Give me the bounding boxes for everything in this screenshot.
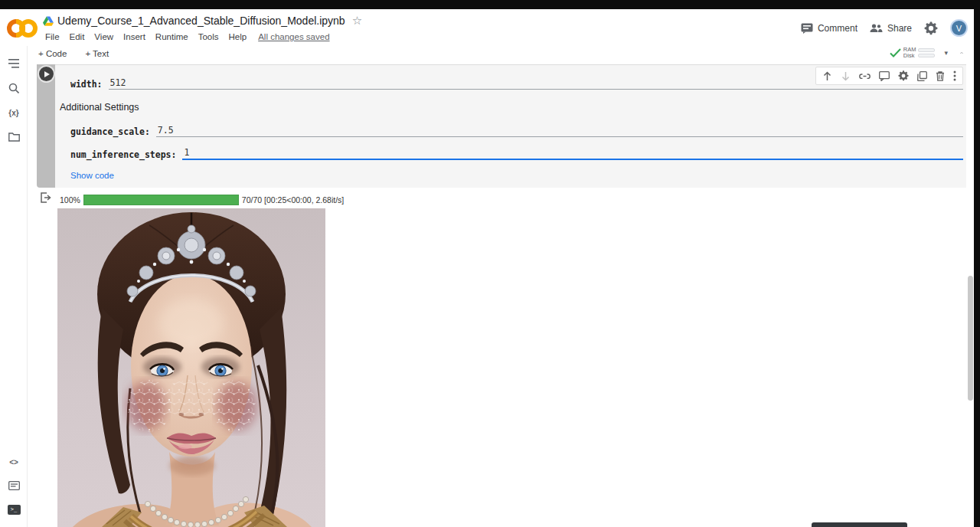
menu-edit[interactable]: Edit <box>65 31 90 43</box>
disk-usage-bar <box>918 54 935 57</box>
menu-bar: File Edit View Insert Runtime Tools Help… <box>41 31 330 43</box>
comment-button[interactable]: Comment <box>801 23 858 34</box>
generated-image <box>57 208 325 527</box>
menu-insert[interactable]: Insert <box>119 31 150 43</box>
variables-icon[interactable]: {x} <box>0 101 28 124</box>
output-content: 100% 70/70 [00:25<00:00, 2.68it/s] <box>57 191 966 527</box>
left-sidebar: {x} <> >_ <box>0 46 28 527</box>
guidance-scale-input[interactable] <box>156 125 963 137</box>
collapse-header-icon[interactable] <box>957 50 966 56</box>
cell-toolbar <box>815 67 963 85</box>
menu-view[interactable]: View <box>90 31 118 43</box>
delete-cell-icon[interactable] <box>936 71 945 81</box>
vertical-scrollbar-thumb[interactable] <box>968 276 973 401</box>
notebook-area: width: Additional Settings guidance_scal… <box>28 64 968 527</box>
menu-file[interactable]: File <box>41 31 64 43</box>
output-indicator-icon[interactable] <box>40 192 51 204</box>
colab-window: Udemy_Course_1_Advanced_Stable_Diffusion… <box>0 9 974 527</box>
command-palette-icon[interactable] <box>0 474 28 497</box>
guidance-scale-field-row: guidance_scale: <box>70 123 963 137</box>
progress-percent: 100% <box>60 195 80 205</box>
add-text-button[interactable]: + Text <box>77 46 116 61</box>
add-comment-icon[interactable] <box>879 71 890 81</box>
bottom-cutoff-element <box>812 522 907 527</box>
settings-gear-icon[interactable] <box>924 21 938 35</box>
colab-logo-icon[interactable] <box>7 16 38 41</box>
code-cell: width: Additional Settings guidance_scal… <box>37 64 966 188</box>
share-label: Share <box>887 23 912 34</box>
code-snippets-icon[interactable]: <> <box>0 450 28 473</box>
disk-label: Disk <box>903 53 916 59</box>
resources-dropdown-caret[interactable]: ▾ <box>941 49 951 57</box>
search-icon[interactable] <box>0 77 28 100</box>
files-icon[interactable] <box>0 126 28 149</box>
ram-usage-bar <box>918 48 935 52</box>
notebook-title[interactable]: Udemy_Course_1_Advanced_Stable_Diffusion… <box>57 15 345 27</box>
more-cell-actions-icon[interactable] <box>953 70 956 81</box>
move-cell-up-icon[interactable] <box>822 71 832 81</box>
show-code-link[interactable]: Show code <box>70 171 114 180</box>
num-inference-steps-field-row: num_inference_steps: <box>70 146 963 160</box>
copy-link-icon[interactable] <box>859 71 871 81</box>
add-code-button[interactable]: + Code <box>31 46 74 61</box>
move-cell-down-icon[interactable] <box>841 71 851 81</box>
comment-label: Comment <box>818 23 858 34</box>
check-icon <box>890 48 901 57</box>
table-of-contents-icon[interactable] <box>0 52 28 75</box>
progress-widget: 100% 70/70 [00:25<00:00, 2.68it/s] <box>57 194 966 206</box>
guidance-scale-label: guidance_scale: <box>70 126 150 137</box>
star-icon[interactable]: ☆ <box>352 14 362 28</box>
header: Udemy_Course_1_Advanced_Stable_Diffusion… <box>0 9 974 46</box>
cell-form-pane: width: Additional Settings guidance_scal… <box>55 64 966 188</box>
output-gutter <box>37 191 57 527</box>
drive-icon <box>43 16 54 26</box>
share-button[interactable]: Share <box>870 23 912 34</box>
width-field-label: width: <box>70 79 103 90</box>
menu-help[interactable]: Help <box>224 31 252 43</box>
comment-icon <box>801 23 813 34</box>
autosave-status[interactable]: All changes saved <box>258 32 329 41</box>
section-heading: Additional Settings <box>60 102 963 114</box>
notebook-toolbar: + Code + Text RAM Disk ▾ <box>28 46 974 64</box>
progress-bar <box>83 195 239 205</box>
cell-output: 100% 70/70 [00:25<00:00, 2.68it/s] <box>37 191 966 527</box>
num-inference-steps-label: num_inference_steps: <box>70 149 176 160</box>
menu-runtime[interactable]: Runtime <box>151 31 193 43</box>
resource-monitor[interactable]: RAM Disk <box>890 47 936 59</box>
play-icon <box>44 71 50 77</box>
mirror-cell-icon[interactable] <box>917 71 927 81</box>
cell-settings-gear-icon[interactable] <box>898 70 909 81</box>
cell-gutter <box>37 64 55 188</box>
menu-tools[interactable]: Tools <box>194 31 224 43</box>
run-cell-button[interactable] <box>39 67 54 81</box>
avatar[interactable]: V <box>950 19 968 37</box>
progress-status: 70/70 [00:25<00:00, 2.68it/s] <box>242 195 344 205</box>
share-people-icon <box>870 23 883 33</box>
num-inference-steps-input[interactable] <box>182 147 963 160</box>
terminal-icon[interactable]: >_ <box>0 498 28 521</box>
